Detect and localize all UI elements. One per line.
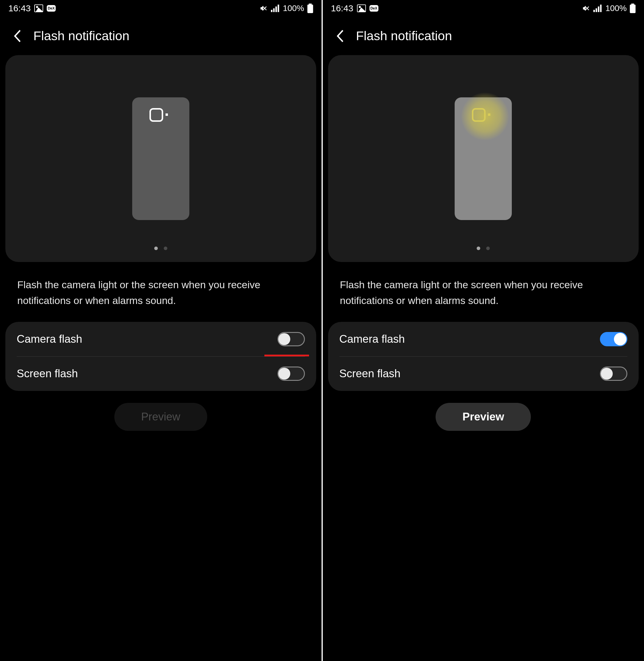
screen: 16:43 DeX 100% Flash notification [0, 0, 322, 661]
battery-icon [307, 4, 313, 13]
pager-dot[interactable] [154, 247, 158, 250]
preview-button-label: Preview [462, 411, 504, 423]
svg-rect-6 [593, 10, 595, 12]
camera-flash-row[interactable]: Camera flash [5, 322, 316, 357]
camera-flash-toggle[interactable] [277, 332, 305, 346]
pager-dot[interactable] [164, 247, 167, 250]
page-title: Flash notification [356, 28, 452, 43]
dex-icon: DeX [47, 5, 56, 12]
screen-flash-label: Screen flash [339, 367, 401, 380]
pager [154, 247, 167, 250]
screen-flash-row[interactable]: Screen flash [5, 357, 316, 391]
preview-card[interactable] [5, 55, 316, 262]
description-text: Flash the camera light or the screen whe… [323, 262, 644, 320]
camera-flash-label: Camera flash [339, 333, 405, 345]
svg-rect-5 [307, 4, 313, 13]
toggle-knob [601, 368, 613, 380]
settings-list: Camera flash Screen flash [5, 322, 316, 391]
settings-list: Camera flash Screen flash [328, 322, 639, 391]
battery-icon [630, 4, 636, 13]
svg-rect-4 [309, 4, 312, 4]
preview-button[interactable]: Preview [436, 403, 531, 431]
page-title: Flash notification [33, 28, 130, 43]
svg-rect-2 [275, 6, 277, 12]
camera-flash-toggle[interactable] [600, 332, 627, 346]
svg-rect-9 [600, 5, 602, 12]
pager-dot[interactable] [486, 247, 490, 250]
svg-rect-11 [630, 4, 635, 13]
toggle-knob [614, 333, 626, 345]
screen-flash-label: Screen flash [17, 367, 78, 380]
preview-button-label: Preview [141, 411, 180, 423]
camera-flash-label: Camera flash [17, 333, 82, 345]
gallery-icon [34, 4, 43, 12]
phone-back-illustration [455, 97, 512, 220]
back-button[interactable] [333, 29, 347, 43]
preview-button: Preview [114, 403, 207, 431]
camera-led-icon [488, 113, 490, 116]
screen: 16:43 DeX 100% Flash notification [323, 0, 644, 661]
screen-flash-toggle[interactable] [600, 367, 627, 381]
screen-flash-toggle[interactable] [277, 367, 305, 381]
screen-flash-row[interactable]: Screen flash [328, 357, 639, 391]
preview-button-wrap: Preview [323, 391, 644, 443]
mute-icon [581, 4, 591, 13]
status-time: 16:43 [8, 3, 31, 14]
svg-rect-0 [271, 10, 272, 12]
battery-percent: 100% [283, 4, 304, 13]
toggle-knob [278, 368, 290, 380]
svg-rect-3 [277, 5, 279, 12]
preview-button-wrap: Preview [0, 391, 322, 443]
signal-icon [593, 4, 602, 12]
pager [477, 247, 490, 250]
status-bar: 16:43 DeX 100% [323, 0, 644, 17]
header: Flash notification [0, 17, 322, 55]
svg-rect-7 [596, 8, 597, 12]
camera-module-icon [472, 108, 486, 122]
svg-rect-10 [631, 4, 634, 4]
pager-dot[interactable] [477, 247, 480, 250]
svg-rect-8 [598, 6, 599, 12]
camera-module-icon [150, 108, 163, 122]
mute-icon [259, 4, 268, 13]
description-text: Flash the camera light or the screen whe… [0, 262, 322, 320]
camera-flash-row[interactable]: Camera flash [328, 322, 639, 357]
phone-back-illustration [132, 97, 189, 220]
battery-percent: 100% [605, 4, 627, 13]
status-bar: 16:43 DeX 100% [0, 0, 322, 17]
header: Flash notification [323, 17, 644, 55]
back-button[interactable] [10, 29, 24, 43]
camera-led-icon [165, 113, 168, 116]
svg-rect-1 [273, 8, 275, 12]
status-time: 16:43 [331, 3, 353, 14]
signal-icon [271, 4, 280, 12]
toggle-knob [278, 333, 290, 345]
gallery-icon [357, 4, 366, 12]
dex-icon: DeX [369, 5, 378, 12]
preview-card[interactable] [328, 55, 639, 262]
